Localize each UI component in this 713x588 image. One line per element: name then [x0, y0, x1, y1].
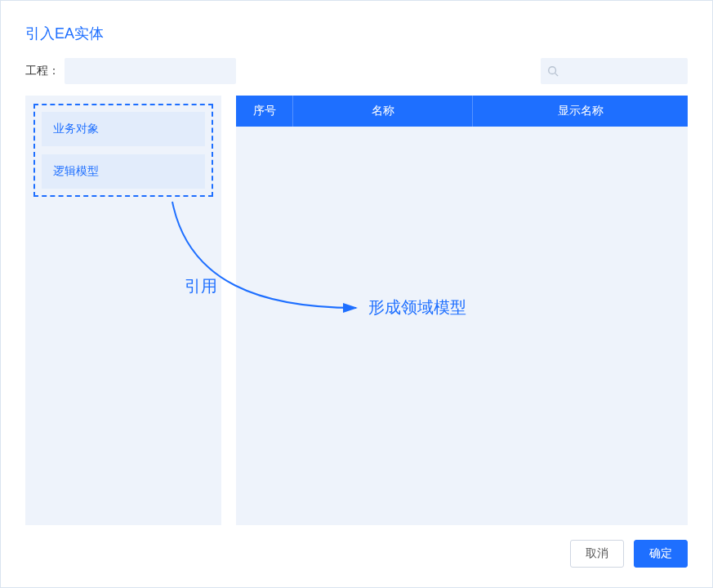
table-header: 序号 名称 显示名称 — [236, 96, 688, 127]
table-header-seq: 序号 — [236, 96, 293, 127]
dialog-footer: 取消 确定 — [25, 525, 688, 568]
dialog-title: 引入EA实体 — [25, 24, 688, 43]
sidebar: 业务对象 逻辑模型 — [25, 96, 221, 525]
table-header-display-name: 显示名称 — [473, 96, 688, 127]
sidebar-item-logical-model[interactable]: 逻辑模型 — [42, 154, 205, 189]
project-input[interactable] — [65, 58, 236, 84]
table-body — [236, 127, 688, 525]
project-field-wrap: 工程： — [25, 58, 236, 84]
cancel-button[interactable]: 取消 — [570, 540, 624, 568]
top-row: 工程： — [25, 58, 688, 84]
sidebar-item-business-object[interactable]: 业务对象 — [42, 112, 205, 146]
svg-point-0 — [549, 67, 556, 74]
ok-button[interactable]: 确定 — [634, 540, 688, 568]
project-label: 工程： — [25, 64, 60, 78]
sidebar-selection-group: 业务对象 逻辑模型 — [33, 104, 213, 197]
content-area: 序号 名称 显示名称 — [236, 96, 688, 525]
sidebar-item-label: 业务对象 — [53, 122, 99, 135]
import-ea-entity-dialog: 引入EA实体 工程： 业务对象 逻辑模型 — [0, 0, 713, 588]
svg-line-1 — [555, 74, 559, 77]
main-area: 业务对象 逻辑模型 序号 名称 显示名称 — [25, 96, 688, 525]
search-wrap — [541, 58, 688, 84]
table-header-name: 名称 — [293, 96, 473, 127]
search-icon — [547, 65, 559, 77]
sidebar-item-label: 逻辑模型 — [53, 164, 99, 177]
search-input[interactable] — [541, 58, 688, 84]
